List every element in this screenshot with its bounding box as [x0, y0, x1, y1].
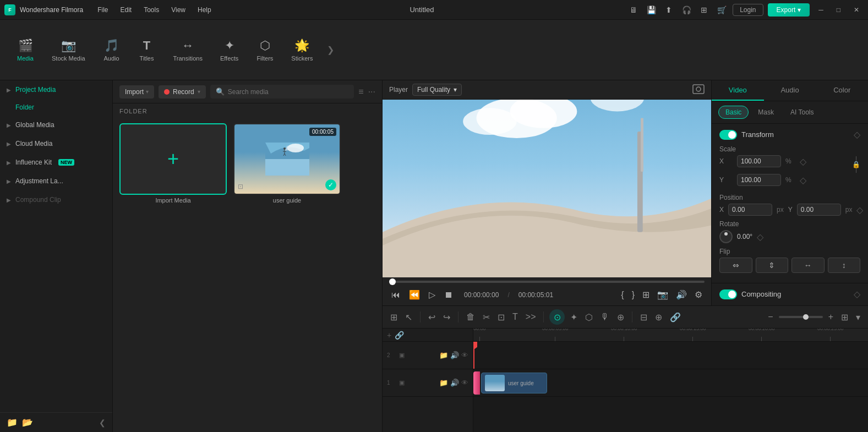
maximize-button[interactable]: □	[832, 6, 845, 14]
scale-x-keyframe-icon[interactable]: ◇	[800, 156, 806, 167]
sidebar-item-project-media[interactable]: ▶ Project Media	[0, 80, 112, 99]
sidebar-item-adjustment-layer[interactable]: ▶ Adjustment La...	[0, 172, 112, 190]
transform-keyframe-icon[interactable]: ◇	[854, 129, 860, 140]
track-1-folder-icon[interactable]: 📁	[439, 379, 448, 387]
tl-text-button[interactable]: T	[510, 310, 520, 324]
flip-h2-button[interactable]: ↔	[791, 258, 825, 273]
stop-button[interactable]: ⏹	[442, 288, 455, 302]
sidebar-item-compound-clip[interactable]: ▶ Compound Clip	[0, 190, 112, 209]
open-folder-icon[interactable]: 📂	[22, 417, 33, 428]
tl-split-button[interactable]: ⊟	[638, 310, 649, 325]
flip-v2-button[interactable]: ↕	[828, 258, 861, 273]
fullscreen-button[interactable]: ⊞	[640, 287, 652, 302]
toolbar-filters[interactable]: ⬡ Filters	[248, 34, 281, 66]
position-y-input[interactable]	[797, 204, 841, 216]
record-button[interactable]: Record ▾	[159, 85, 206, 99]
mark-out-button[interactable]: }	[630, 287, 637, 302]
toolbar-effects[interactable]: ✦ Effects	[212, 34, 246, 66]
tl-cursor-button[interactable]: ↖	[403, 310, 414, 325]
export-dropdown-icon[interactable]: ▾	[798, 6, 801, 14]
volume-button[interactable]: 🔊	[674, 287, 689, 302]
sidebar-item-global-media[interactable]: ▶ Global Media	[0, 116, 112, 134]
tl-zoom-in-button[interactable]: +	[826, 310, 836, 324]
more-options-icon[interactable]: ···	[368, 87, 375, 97]
rotate-keyframe-icon[interactable]: ◇	[757, 232, 763, 242]
menu-tools[interactable]: Tools	[138, 4, 165, 16]
cloud-upload-icon[interactable]: ⬆	[662, 3, 675, 17]
save-icon[interactable]: 💾	[645, 3, 658, 17]
search-box[interactable]: 🔍	[210, 85, 354, 99]
zoom-slider[interactable]	[779, 316, 823, 318]
track-2-audio-icon[interactable]: 🔊	[450, 351, 459, 359]
tl-scissors-button[interactable]: ✂	[481, 310, 492, 325]
step-back-button[interactable]: ⏪	[407, 287, 422, 302]
prev-frame-button[interactable]: ⏮	[389, 288, 402, 302]
clip-user-guide[interactable]: user guide	[481, 373, 547, 393]
import-media-card[interactable]: +	[119, 123, 227, 195]
rotate-dial[interactable]	[719, 230, 733, 243]
toolbar-titles[interactable]: T Titles	[130, 34, 163, 66]
import-button[interactable]: Import ▾	[119, 85, 154, 99]
scale-y-keyframe-icon[interactable]: ◇	[800, 175, 806, 185]
tl-adjust-button[interactable]: ✦	[568, 310, 580, 325]
settings-button[interactable]: ⚙	[692, 287, 705, 302]
menu-file[interactable]: File	[92, 4, 113, 16]
tl-mask-button[interactable]: ⬡	[583, 310, 595, 325]
grid-icon[interactable]: ⊞	[697, 3, 711, 17]
toolbar-media[interactable]: 🎬 Media	[9, 34, 42, 66]
link-tracks-icon[interactable]: 🔗	[395, 331, 404, 340]
player-image-icon[interactable]	[692, 84, 705, 96]
search-input[interactable]	[228, 88, 349, 96]
compositing-toggle[interactable]	[719, 289, 737, 299]
filter-icon[interactable]: ≡	[358, 87, 363, 97]
toolbar-stickers[interactable]: 🌟 Stickers	[283, 34, 320, 66]
tl-link-button[interactable]: 🔗	[668, 310, 683, 325]
tl-more2-button[interactable]: ▾	[854, 310, 862, 325]
tl-merge-button[interactable]: ⊕	[615, 310, 626, 325]
toolbar-audio[interactable]: 🎵 Audio	[95, 34, 128, 66]
minimize-button[interactable]: ─	[814, 6, 828, 14]
compositing-diamond[interactable]: ◇	[854, 289, 860, 299]
user-guide-card[interactable]: 00:00:05 ⊡ ✓	[233, 123, 341, 195]
login-button[interactable]: Login	[733, 4, 763, 16]
toolbar-more-arrow[interactable]: ❯	[323, 40, 339, 59]
playback-progress-bar[interactable]	[389, 281, 705, 283]
headphones-icon[interactable]: 🎧	[680, 3, 693, 17]
tl-redo-button[interactable]: ↪	[441, 310, 452, 325]
tl-grid-button[interactable]: ⊞	[388, 310, 400, 325]
tab-audio[interactable]: Audio	[764, 80, 816, 101]
cart-icon[interactable]: 🛒	[715, 3, 728, 17]
flip-vertical-button[interactable]: ⇕	[756, 258, 789, 273]
sidebar-item-cloud-media[interactable]: ▶ Cloud Media	[0, 134, 112, 153]
scale-y-input[interactable]	[737, 174, 781, 186]
track-1-eye-icon[interactable]: 👁	[461, 379, 468, 387]
menu-view[interactable]: View	[166, 4, 191, 16]
sidebar-folder[interactable]: Folder	[0, 99, 112, 116]
tl-more-button[interactable]: >>	[523, 310, 538, 324]
tl-layout-button[interactable]: ⊞	[839, 310, 850, 325]
menu-edit[interactable]: Edit	[115, 4, 138, 16]
subtab-mask[interactable]: Mask	[751, 106, 781, 119]
flip-horizontal-button[interactable]: ⇔	[719, 258, 752, 273]
tl-crop-button[interactable]: ⊡	[495, 310, 507, 325]
export-button[interactable]: Export ▾	[768, 3, 810, 17]
tl-zoom-out-button[interactable]: −	[766, 310, 775, 324]
subtab-basic[interactable]: Basic	[718, 106, 749, 119]
toolbar-transitions[interactable]: ↔ Transitions	[166, 34, 210, 66]
transform-toggle[interactable]	[719, 130, 737, 140]
tab-color[interactable]: Color	[816, 80, 868, 101]
close-button[interactable]: ✕	[849, 6, 864, 14]
tl-audio-button[interactable]: 🎙	[598, 310, 612, 324]
new-folder-icon[interactable]: 📁	[7, 417, 18, 428]
track-1-audio-icon[interactable]: 🔊	[450, 379, 459, 387]
tl-color-button[interactable]: ⊕	[653, 310, 664, 325]
subtab-ai-tools[interactable]: AI Tools	[783, 106, 821, 119]
tab-video[interactable]: Video	[712, 80, 764, 101]
scale-lock[interactable]: 🔒	[852, 155, 860, 174]
scale-x-input[interactable]	[737, 155, 781, 167]
tl-delete-button[interactable]: 🗑	[464, 310, 477, 324]
tl-speed-button[interactable]: ⊙	[549, 309, 565, 325]
add-track-icon[interactable]: +	[387, 331, 391, 340]
sidebar-collapse-icon[interactable]: ❮	[99, 418, 106, 427]
playback-thumb[interactable]	[389, 278, 396, 285]
